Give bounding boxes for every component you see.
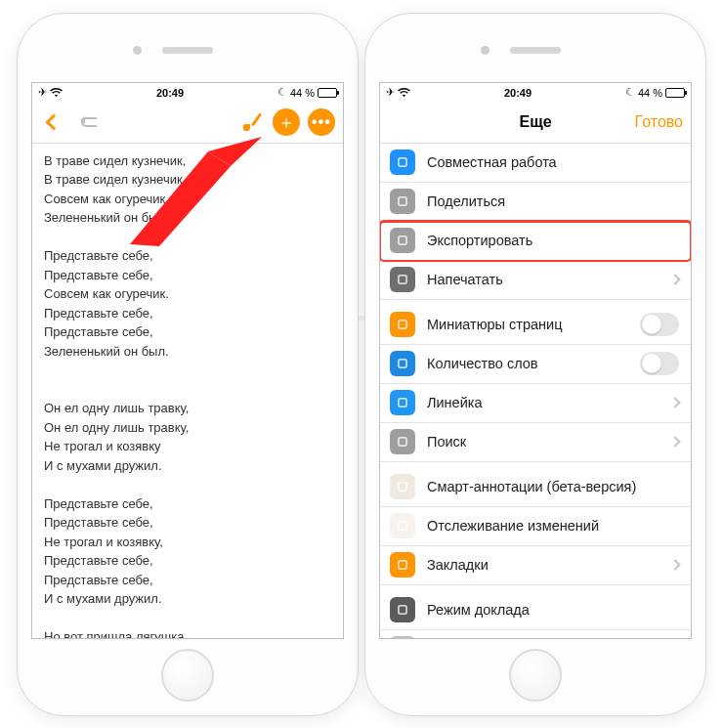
speaker-slot xyxy=(162,47,213,54)
dnd-icon: ☾ xyxy=(277,86,287,99)
status-time: 20:49 xyxy=(504,87,532,99)
settings-row[interactable]: Совместная работа xyxy=(380,144,691,183)
row-icon xyxy=(390,636,415,638)
settings-row[interactable]: Пароль xyxy=(380,630,691,638)
settings-row[interactable]: Миниатюры страниц xyxy=(380,306,691,345)
row-label: Поиск xyxy=(427,434,659,450)
row-icon xyxy=(390,228,415,253)
row-icon xyxy=(390,267,415,292)
settings-row[interactable]: Количество слов xyxy=(380,345,691,384)
toggle-switch[interactable] xyxy=(640,352,679,375)
screen-right: ✈ 20:49 ☾ 44 % Еще Готово Совместная раб… xyxy=(379,82,692,639)
settings-navbar: Еще Готово xyxy=(380,103,691,144)
row-label: Миниатюры страниц xyxy=(427,317,628,332)
battery-icon xyxy=(318,88,337,98)
home-button[interactable] xyxy=(161,649,214,702)
row-icon xyxy=(390,552,415,578)
svg-rect-9 xyxy=(399,438,406,446)
format-brush-button[interactable] xyxy=(237,108,265,136)
row-icon xyxy=(390,513,415,538)
settings-row[interactable]: Закладки xyxy=(380,546,691,585)
screen-left: ✈ 20:49 ☾ 44 % ＋ ••• xyxy=(31,82,344,639)
row-label: Линейка xyxy=(427,395,659,410)
wifi-icon xyxy=(50,87,63,99)
status-bar: ✈ 20:49 ☾ 44 % xyxy=(32,83,343,103)
row-label: Экспортировать xyxy=(427,233,679,248)
phone-left: ✈ 20:49 ☾ 44 % ＋ ••• xyxy=(17,13,359,716)
settings-row[interactable]: Режим доклада xyxy=(380,591,691,630)
home-button[interactable] xyxy=(509,649,562,702)
row-label: Совместная работа xyxy=(427,154,679,170)
dnd-icon: ☾ xyxy=(625,86,635,99)
row-label: Закладки xyxy=(427,557,659,573)
chevron-right-icon xyxy=(669,436,680,447)
svg-rect-12 xyxy=(399,561,406,569)
svg-rect-3 xyxy=(399,197,406,205)
phone-right: ✈ 20:49 ☾ 44 % Еще Готово Совместная раб… xyxy=(364,13,706,716)
svg-rect-5 xyxy=(399,276,406,283)
row-label: Напечатать xyxy=(427,272,659,287)
airplane-icon: ✈ xyxy=(386,86,395,99)
battery-pct: 44 % xyxy=(290,87,315,99)
svg-rect-13 xyxy=(399,606,406,614)
settings-row[interactable]: Экспортировать xyxy=(380,222,691,261)
svg-rect-7 xyxy=(399,360,406,367)
chevron-right-icon xyxy=(669,274,680,284)
more-button[interactable]: ••• xyxy=(308,108,335,136)
status-bar: ✈ 20:49 ☾ 44 % xyxy=(380,83,691,103)
undo-button[interactable] xyxy=(75,108,103,136)
row-icon xyxy=(390,351,415,376)
settings-list: Совместная работаПоделитьсяЭкспортироват… xyxy=(380,144,691,638)
done-button[interactable]: Готово xyxy=(624,113,683,131)
row-icon xyxy=(390,429,415,454)
navbar-title: Еще xyxy=(454,113,617,131)
document-body[interactable]: В траве сидел кузнечик, В траве сидел ку… xyxy=(32,144,343,638)
back-button[interactable] xyxy=(40,108,67,136)
row-icon xyxy=(390,474,415,499)
row-label: Отслеживание изменений xyxy=(427,518,679,534)
row-icon xyxy=(390,312,415,337)
row-label: Количество слов xyxy=(427,356,628,371)
row-label: Смарт-аннотации (бета-версия) xyxy=(427,479,679,494)
camera-dot xyxy=(481,46,489,55)
status-time: 20:49 xyxy=(156,87,184,99)
toggle-switch[interactable] xyxy=(640,313,679,336)
more-icon: ••• xyxy=(312,114,331,130)
camera-dot xyxy=(133,46,142,55)
add-button[interactable]: ＋ xyxy=(273,108,300,136)
battery-icon xyxy=(665,88,685,98)
battery-pct: 44 % xyxy=(638,87,662,99)
row-icon xyxy=(390,390,415,415)
settings-row[interactable]: Поиск xyxy=(380,423,691,462)
chevron-right-icon xyxy=(669,397,680,407)
settings-row[interactable]: Напечатать xyxy=(380,261,691,300)
settings-row[interactable]: Линейка xyxy=(380,384,691,423)
row-icon xyxy=(390,597,415,622)
svg-rect-11 xyxy=(399,522,406,530)
plus-icon: ＋ xyxy=(277,110,295,134)
svg-rect-6 xyxy=(399,321,406,328)
settings-row[interactable]: Смарт-аннотации (бета-версия) xyxy=(380,468,691,507)
row-label: Поделиться xyxy=(427,193,679,209)
chevron-right-icon xyxy=(669,559,680,570)
row-icon xyxy=(390,150,415,175)
row-icon xyxy=(390,189,415,214)
settings-row[interactable]: Поделиться xyxy=(380,183,691,222)
svg-rect-10 xyxy=(399,483,406,491)
svg-rect-2 xyxy=(399,158,406,166)
airplane-icon: ✈ xyxy=(38,86,47,99)
svg-rect-8 xyxy=(399,399,406,407)
speaker-slot xyxy=(510,47,561,54)
wifi-icon xyxy=(398,87,410,99)
row-label: Режим доклада xyxy=(427,602,679,618)
svg-rect-4 xyxy=(399,236,406,244)
editor-navbar: ＋ ••• xyxy=(32,103,343,144)
settings-row[interactable]: Отслеживание изменений xyxy=(380,507,691,546)
